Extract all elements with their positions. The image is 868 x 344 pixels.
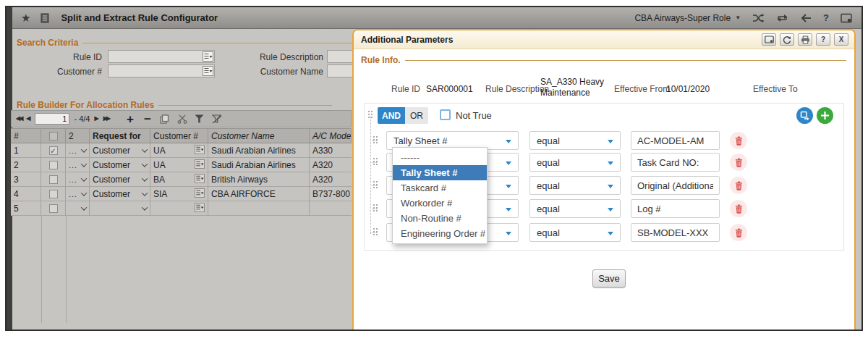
request-for-select[interactable]: Customer [90,172,150,187]
prev-page-button[interactable]: ◀ [26,116,30,122]
condition-value-input[interactable] [631,131,720,150]
customer-num-cell[interactable]: UA [150,143,208,158]
chevron-down-icon[interactable] [81,175,87,181]
print-icon[interactable] [798,33,812,46]
select-all-checkbox[interactable] [49,132,58,140]
request-for-select[interactable] [90,201,150,216]
header-customer-name[interactable]: Customer Name [208,128,310,143]
repeat-icon[interactable] [776,13,788,23]
table-row[interactable]: 3 ... Customer BA British Airways A320 [11,172,352,187]
condition-value-input[interactable] [631,153,720,172]
lookup-list-icon[interactable] [203,66,213,79]
condition-value-input[interactable] [631,176,720,195]
row-checkbox[interactable] [49,161,58,169]
delete-condition-button[interactable] [730,200,747,217]
field-option[interactable]: Workorder # [393,196,487,211]
delete-condition-button[interactable] [730,224,747,241]
request-for-select[interactable]: Customer [90,158,150,172]
row-drag-handle[interactable] [373,136,379,145]
close-icon[interactable]: X [834,33,848,46]
header-num[interactable]: # [11,128,41,143]
screen-settings-icon[interactable] [841,13,853,23]
header-customer-num[interactable]: Customer # [150,128,208,143]
add-row-button[interactable]: + [124,112,137,125]
delete-condition-button[interactable] [730,177,747,194]
add-condition-button[interactable] [817,107,833,124]
screen-settings-icon[interactable] [762,33,776,46]
field-option[interactable]: Tally Sheet # [393,165,487,180]
save-button[interactable]: Save [592,269,626,288]
duplicate-group-button[interactable] [796,107,813,124]
row-drag-handle[interactable] [373,158,379,167]
refresh-icon[interactable] [780,33,794,46]
cut-scissors-icon[interactable] [176,112,189,125]
and-button[interactable]: AND [378,107,405,124]
row-checkbox[interactable]: ✓ [49,146,58,155]
lookup-list-icon[interactable] [195,203,205,214]
copy-icon[interactable] [158,112,171,125]
table-row[interactable]: 4 ... Customer SIA CBA AIRFORCE B737-800 [11,187,352,201]
role-selector[interactable]: CBA Airways-Super Role ▼ [634,13,741,23]
field-option[interactable]: Taskcard # [393,180,487,196]
customer-num-input[interactable] [108,64,215,77]
last-page-button[interactable]: ▶▶ [103,116,109,122]
remove-row-button[interactable]: − [141,112,154,125]
filter-icon[interactable] [193,112,206,125]
row-more[interactable]: ... [69,146,77,155]
table-row[interactable]: 5 [11,201,352,216]
page-number-input[interactable] [35,113,69,125]
customer-num-cell[interactable] [150,201,208,216]
rule-id-input[interactable] [108,50,215,63]
header-select-all[interactable] [41,128,66,143]
row-more[interactable]: ... [69,190,77,198]
condition-value-input[interactable] [631,199,720,218]
clear-filter-icon[interactable] [210,112,224,125]
customer-num-cell[interactable]: UA [150,158,208,172]
row-more[interactable]: ... [69,175,77,184]
delete-condition-button[interactable] [730,154,747,171]
condition-value-input[interactable] [631,223,720,242]
header-request-for[interactable]: Request for [90,128,150,143]
condition-operator-select[interactable]: equal [529,199,621,218]
or-button[interactable]: OR [405,107,428,124]
row-checkbox[interactable] [49,175,58,184]
chevron-down-icon[interactable] [81,161,87,167]
lookup-list-icon[interactable] [195,159,205,171]
customer-num-cell[interactable]: SIA [150,187,208,201]
field-option[interactable]: ------ [393,150,487,165]
row-more[interactable]: ... [69,161,77,169]
header-ac-model[interactable]: A/C Model # [310,128,352,143]
next-page-button[interactable]: ▶ [94,116,98,122]
field-option[interactable]: Engineering Order # [393,226,487,241]
help-icon[interactable]: ? [816,33,830,46]
lookup-list-icon[interactable] [195,188,205,200]
favorite-star-icon[interactable]: ★ [21,12,30,23]
document-icon[interactable] [41,13,49,23]
request-for-select[interactable]: Customer [90,187,150,201]
request-for-select[interactable]: Customer [90,143,150,158]
chevron-down-icon[interactable] [81,146,87,152]
group-drag-handle[interactable] [368,111,374,119]
shuffle-icon[interactable] [752,13,765,23]
lookup-list-icon[interactable] [195,145,205,156]
field-option[interactable]: Non-Routine # [393,211,487,226]
lookup-list-icon[interactable] [203,51,213,64]
chevron-down-icon[interactable] [81,190,87,196]
customer-num-cell[interactable]: BA [150,172,208,187]
header-col2[interactable]: 2 [66,128,90,143]
row-drag-handle[interactable] [373,204,379,213]
table-row[interactable]: 2 ... Customer UA Saudi Arabian Airlines… [11,158,352,172]
condition-operator-select[interactable]: equal [529,153,621,172]
chevron-down-icon[interactable] [81,204,87,210]
back-arrow-icon[interactable] [800,13,812,23]
condition-operator-select[interactable]: equal [529,176,621,195]
help-icon[interactable]: ? [823,12,829,23]
row-drag-handle[interactable] [373,228,379,237]
lookup-list-icon[interactable] [195,174,205,185]
delete-condition-button[interactable] [730,132,747,149]
row-checkbox[interactable] [49,204,58,213]
table-row[interactable]: 1 ✓ ... Customer UA Saudi Arabian Airlin… [11,143,352,158]
not-true-checkbox[interactable] [440,109,451,120]
row-drag-handle[interactable] [373,181,379,190]
row-checkbox[interactable] [49,190,58,198]
